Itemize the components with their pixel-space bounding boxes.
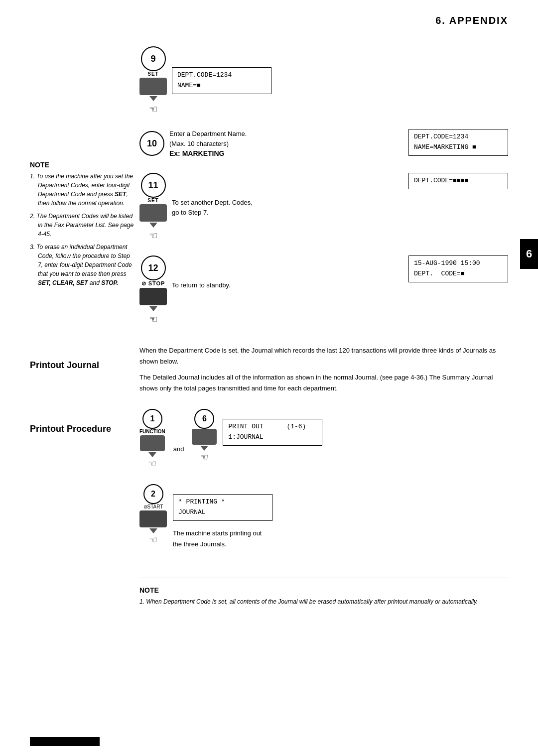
printout-procedure-label: Printout Procedure [30, 424, 139, 434]
note-top-spacer: NOTE To use the machine after you set th… [30, 161, 134, 287]
step-12-desc: To return to standby. [172, 255, 404, 290]
step-10-line1: Enter a Department Name. [169, 129, 404, 139]
printout-journal-label: Printout Journal [30, 360, 139, 371]
step-number-10: 10 [139, 131, 164, 156]
step-9-set-label: SET [147, 71, 158, 77]
step-10-line2: (Max. 10 characters) [169, 139, 404, 149]
proc-step-1-display: PRINT OUT (1-6) 1:JOURNAL [223, 419, 322, 446]
proc-step-row-2: 2 ⊘START ☜ * PRINTING * JOURNAL The mach… [139, 484, 508, 550]
step-12-hand: ☜ [149, 313, 158, 325]
proc-step-row-1: 1 FUNCTION ☜ and 6 ☜ [139, 409, 508, 469]
step-10-desc: Enter a Department Name. (Max. 10 charac… [169, 129, 404, 159]
steps-col: 9 SET ☜ DEPT.CODE=1234 NAME=■ 10 [139, 46, 508, 325]
bottom-note-list: When Department Code is set, all content… [139, 597, 508, 606]
bold-instructions: SET, CLEAR, SET [38, 279, 88, 286]
proc-step-6-key[interactable] [192, 429, 217, 445]
note-item-3: To erase an individual Department Code, … [30, 243, 134, 287]
proc-step-1-button: FUNCTION ☜ [139, 429, 165, 469]
step-9-display: DEPT.CODE=1234 NAME=■ [172, 67, 271, 94]
steps-area: NOTE To use the machine after you set th… [30, 46, 508, 325]
proc-step-1-hand: ☜ [148, 458, 156, 469]
step-number-11: 11 [141, 173, 166, 198]
step-9-block: 9 SET ☜ [139, 46, 167, 115]
proc-step-6-number: 6 [194, 409, 214, 429]
step-11-button: SET ☜ [139, 198, 167, 242]
step-11-key[interactable] [139, 204, 167, 222]
printout-journal-text1: When the Department Code is set, the Jou… [139, 345, 508, 367]
step-12-block: 12 ⊘ STOP ☜ [139, 255, 167, 325]
bottom-note-label-col [30, 575, 139, 581]
proc-step-2-button: ⊘START ☜ [139, 504, 167, 545]
step-11-set-label: SET [147, 198, 158, 203]
proc-step-1-key[interactable] [140, 435, 165, 451]
step-11-display: DEPT.CODE=■■■■ [408, 173, 508, 189]
printout-journal-section: Printout Journal When the Department Cod… [30, 345, 508, 394]
printout-procedure-content: 1 FUNCTION ☜ and 6 ☜ [139, 409, 508, 565]
printout-procedure-label-col: Printout Procedure [30, 409, 139, 565]
bottom-note-section [30, 575, 508, 581]
step-10-display: DEPT.CODE=1234 NAME=MARKETING ■ [408, 129, 508, 156]
printout-procedure-section: Printout Procedure 1 FUNCTION ☜ and [30, 409, 508, 565]
step-11-hand: ☜ [149, 230, 158, 242]
proc-step-6-hand: ☜ [200, 452, 208, 463]
step-number-9: 9 [141, 46, 166, 71]
step-row-9: 9 SET ☜ DEPT.CODE=1234 NAME=■ [139, 46, 508, 115]
start-label: ⊘START [143, 504, 163, 509]
note-item-1: To use the machine after you set the Dep… [30, 172, 134, 208]
proc-step-2-number: 2 [143, 484, 163, 504]
proc-step-2-right: * PRINTING * JOURNAL The machine starts … [173, 484, 272, 550]
page-title: 6. APPENDIX [435, 15, 508, 26]
bottom-note-content [139, 575, 508, 581]
proc-step-6-button: ☜ [192, 429, 217, 463]
step-10-block: 10 [139, 129, 164, 156]
divider [139, 578, 508, 578]
step-11-desc: To set another Dept. Codes,go to Step 7. [172, 173, 404, 217]
left-note-col: NOTE To use the machine after you set th… [30, 46, 139, 325]
bottom-note-text-col: NOTE When Department Code is set, all co… [139, 586, 508, 610]
step-10-ex: Ex: MARKETING [169, 148, 404, 159]
proc-step-2-key[interactable] [139, 510, 167, 527]
page-header: 6. APPENDIX [0, 0, 538, 31]
proc-step-6-block: 6 ☜ [192, 409, 217, 463]
note-title: NOTE [30, 161, 134, 169]
step-row-10: 10 Enter a Department Name. (Max. 10 cha… [139, 129, 508, 159]
step-12-display: 15-AUG-1990 15:00 DEPT. CODE=■ [408, 255, 508, 282]
bottom-note-title: NOTE [139, 586, 508, 594]
step-9-hand: ☜ [149, 103, 158, 115]
chapter-tab: 6 [520, 239, 538, 269]
main-content: NOTE To use the machine after you set th… [0, 31, 538, 625]
note-list: To use the machine after you set the Dep… [30, 172, 134, 287]
printout-journal-content: When the Department Code is set, the Jou… [139, 345, 508, 394]
proc-step-1-number: 1 [142, 409, 162, 429]
note-section: NOTE To use the machine after you set th… [30, 161, 134, 287]
step-number-12: 12 [141, 255, 166, 280]
proc-step-2-note: The machine starts printing outthe three… [173, 528, 272, 550]
and-text: and [173, 445, 184, 453]
bottom-note-row: NOTE When Department Code is set, all co… [30, 586, 508, 610]
step-12-key[interactable] [139, 288, 167, 305]
note-item-2: The Department Codes will be listed in t… [30, 212, 134, 239]
step-9-button: SET ☜ [139, 71, 167, 115]
bottom-note-label-spacer [30, 586, 139, 610]
bold-set: SET [115, 191, 126, 198]
bold-stop: STOP. [101, 279, 118, 286]
step-11-block: 11 SET ☜ [139, 173, 167, 242]
step-row-11: 11 SET ☜ To set another Dept. Codes,go t… [139, 173, 508, 242]
bottom-note-item-1: When Department Code is set, all content… [139, 597, 508, 606]
step-row-12: 12 ⊘ STOP ☜ To return to standby. 15-AUG… [139, 255, 508, 325]
step-12-button: ⊘ STOP ☜ [139, 280, 167, 325]
func-label: FUNCTION [139, 429, 165, 434]
proc-step-2-block: 2 ⊘START ☜ [139, 484, 167, 545]
printout-journal-label-col: Printout Journal [30, 345, 139, 394]
proc-step-2-hand: ☜ [149, 534, 157, 545]
proc-step-1-block: 1 FUNCTION ☜ [139, 409, 165, 469]
step-12-stop-label: ⊘ STOP [141, 280, 165, 287]
printout-journal-text2: The Detailed Journal includes all of the… [139, 372, 508, 394]
proc-step-2-display: * PRINTING * JOURNAL [173, 494, 272, 521]
bottom-bar-decoration [30, 737, 100, 746]
step-9-key[interactable] [139, 78, 167, 95]
